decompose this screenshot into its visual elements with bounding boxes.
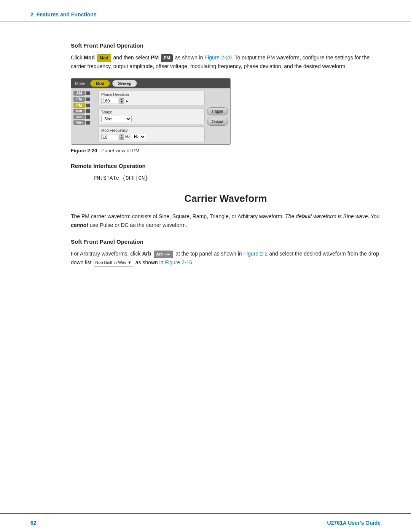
figure-2-16-link[interactable]: Figure 2-16 (165, 259, 193, 265)
panel-right-buttons: Trigger Output (207, 91, 228, 142)
panel-psk-button[interactable]: PSK (73, 120, 85, 125)
figure-20-caption: Figure 2-20 Panel view of PM (71, 148, 381, 153)
content-area: Soft Front Panel Operation Click Mod Mod… (0, 22, 411, 302)
panel-ask-button[interactable]: ASK (73, 115, 85, 119)
mod-frequency-spinner: ▲ ▼ (119, 134, 124, 140)
section-heading-soft-front-panel-2: Soft Front Panel Operation (71, 238, 381, 245)
mod-bold-text: Mod (84, 54, 95, 61)
phase-deviation-input-row: ▲ ▼ ► (101, 98, 202, 104)
phase-deviation-down[interactable]: ▼ (119, 101, 124, 104)
pm-bold-text: PM (151, 54, 159, 61)
panel-left-buttons: AM FM PM FSK (73, 91, 96, 142)
arb-bold-text: Arb (142, 251, 151, 257)
mod-frequency-group: Mod Frequency ▲ ▼ Hz Hz (99, 126, 205, 142)
mod-frequency-label: Mod Frequency (101, 128, 202, 133)
footer-guide-title: U2761A User's Guide (327, 520, 381, 526)
shape-select[interactable]: Sine (101, 116, 132, 122)
mod-frequency-input-row: ▲ ▼ Hz Hz (101, 134, 202, 140)
panel-psk-row: PSK (73, 120, 96, 125)
page-container: 2 Features and Functions Soft Front Pane… (0, 0, 411, 532)
mod-frequency-unit: Hz (125, 135, 130, 139)
panel-mod-button[interactable]: Mod (90, 80, 110, 87)
phase-deviation-arrow: ► (125, 99, 129, 103)
panel-top-bar: Mode : Mod Sweep (71, 78, 230, 88)
figure-20-caption-bold: Figure 2-20 (71, 148, 97, 153)
figure-20-caption-text: Panel view of PM (99, 148, 140, 153)
panel-mode-label: Mode : (75, 81, 88, 86)
panel-trigger-button[interactable]: Trigger (207, 107, 228, 115)
mod-frequency-unit-select[interactable]: Hz (131, 134, 146, 140)
panel-fm-row: FM (73, 97, 96, 102)
mod-frequency-down[interactable]: ▼ (119, 137, 124, 140)
shape-label: Shape (101, 110, 202, 114)
arb-button-inline: Arb ∼► (154, 251, 174, 258)
pm-state-command: PM:STATe {OFF|ON} (94, 175, 381, 181)
section-heading-soft-front-panel-1: Soft Front Panel Operation (71, 42, 381, 49)
header-area: 2 Features and Functions (0, 0, 411, 22)
panel-fsk-icon (86, 109, 90, 113)
mod-button-inline: Mod (97, 54, 111, 62)
pm-button-inline: PM (161, 54, 173, 62)
panel-ask-row: ASK (73, 115, 96, 119)
panel-am-icon (86, 91, 90, 95)
phase-deviation-spinner: ▲ ▼ (119, 98, 124, 104)
panel-output-button[interactable]: Output (207, 118, 228, 126)
chapter-title: Features and Functions (37, 11, 97, 18)
panel-am-button[interactable]: AM (73, 91, 85, 96)
phase-deviation-group: Phase Deviation ▲ ▼ ► (99, 91, 205, 106)
panel-center: Phase Deviation ▲ ▼ ► Shape (99, 91, 205, 142)
carrier-waveform-text: The PM carrier waveform consists of Sine… (71, 212, 381, 229)
panel-pm-icon (86, 104, 90, 107)
soft-front-panel-2-text: For Arbitrary waveforms, click Arb Arb ∼… (71, 249, 381, 267)
phase-deviation-label: Phase Deviation (101, 93, 202, 97)
dropdown-inline: Non Built-in Wav ▼ (94, 259, 133, 267)
carrier-waveform-title: Carrier Waveform (71, 193, 381, 204)
carrier-waveform-cannot: cannot (71, 222, 88, 228)
shape-group: Shape Sine (99, 108, 205, 124)
section-heading-remote-interface: Remote Interface Operation (71, 163, 381, 169)
panel-pm-row: PM (73, 103, 96, 108)
panel-fsk-row: FSK (73, 109, 96, 113)
soft-front-panel-1-text: Click Mod Mod and then select PM PM as s… (71, 53, 381, 70)
footer: 62 U2761A User's Guide (0, 513, 411, 532)
panel-fm-icon (86, 97, 90, 101)
figure-20-link-1[interactable]: Figure 2-20 (204, 54, 232, 61)
panel-fm-button[interactable]: FM (73, 97, 85, 102)
panel-screenshot: Mode : Mod Sweep AM FM PM (71, 78, 231, 145)
chapter-number: 2 (30, 11, 33, 18)
panel-pm-button[interactable]: PM (73, 103, 85, 108)
panel-body: AM FM PM FSK (71, 88, 230, 144)
panel-ask-icon (86, 115, 90, 119)
panel-am-row: AM (73, 91, 96, 96)
mod-frequency-input[interactable] (101, 134, 118, 140)
panel-fsk-button[interactable]: FSK (73, 109, 85, 113)
panel-psk-icon (86, 121, 90, 125)
figure-2-2-link[interactable]: Figure 2-2 (244, 251, 268, 257)
phase-deviation-input[interactable] (101, 98, 118, 104)
footer-page-number: 62 (30, 520, 37, 526)
carrier-waveform-italic: The default waveform is Sine wave (285, 213, 368, 219)
panel-sweep-button[interactable]: Sweep (112, 80, 137, 87)
